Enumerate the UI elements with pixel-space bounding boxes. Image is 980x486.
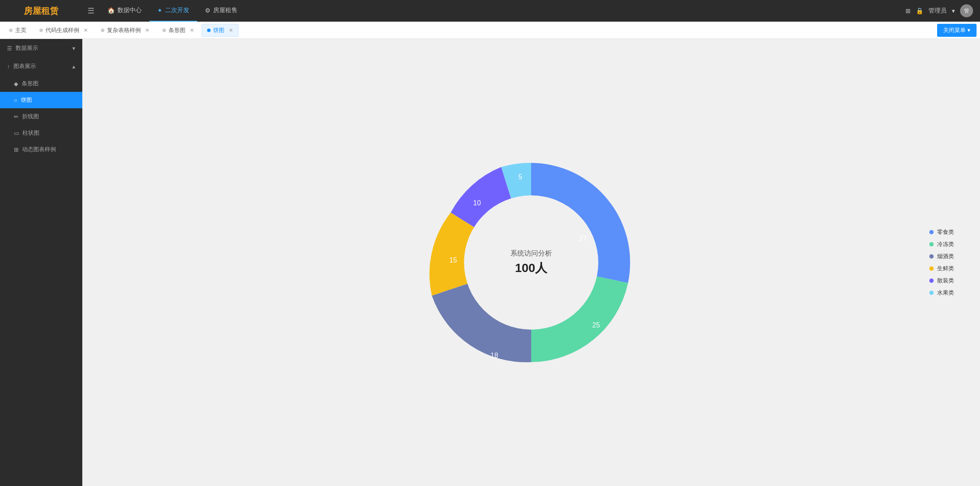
diamond-icon: ◆ — [14, 81, 18, 87]
donut-hole — [464, 195, 598, 330]
tab-dot-complex-table — [101, 29, 104, 32]
tab-complex-table[interactable]: 复杂表格样例 ✕ — [95, 24, 155, 37]
legend-item-shengxian: 生鲜类 — [929, 265, 954, 272]
label-yanjiu: 18 — [490, 352, 498, 359]
tab-dot-home — [9, 29, 13, 32]
label-sanzhuang: 10 — [473, 199, 481, 207]
tab-code-gen[interactable]: 代码生成样例 ✕ — [34, 24, 94, 37]
close-menu-dropdown-icon: ▾ — [967, 27, 970, 33]
legend-item-lengdong: 冷冻类 — [929, 240, 954, 248]
sidebar-item-bar[interactable]: ◆ 条形图 — [0, 75, 82, 92]
nav-tab-house-rental[interactable]: ⚙ 房屋租售 — [197, 0, 245, 22]
nav-right: ⊞ 🔒 管理员 ▾ 管 — [905, 4, 980, 17]
nav-tab-secondary-dev[interactable]: ✦ 二次开发 — [149, 0, 197, 22]
avatar: 管 — [960, 4, 973, 17]
app-title: 房屋租赁 — [24, 5, 58, 17]
top-nav-tabs: 🏠 数据中心 ✦ 二次开发 ⚙ 房屋租售 — [100, 0, 245, 22]
nav-tab-data-center[interactable]: 🏠 数据中心 — [100, 0, 149, 22]
tab-bar: 主页 代码生成样例 ✕ 复杂表格样例 ✕ 条形图 ✕ 饼图 ✕ 关闭菜单 ▾ — [0, 22, 980, 39]
legend-item-lingshi: 零食类 — [929, 228, 954, 236]
legend-item-sanzhuang: 散装类 — [929, 277, 954, 285]
legend-dot-shengxian — [929, 266, 934, 271]
chart-legend: 零食类 冷冻类 烟酒类 生鲜类 散装类 — [929, 228, 954, 297]
legend-dot-sanzhuang — [929, 279, 934, 283]
tab-close-complex-table[interactable]: ✕ — [145, 28, 149, 33]
user-label: 管理员 — [928, 7, 947, 15]
legend-dot-shuiguo — [929, 291, 934, 295]
chevron-up-icon-chart-display: ▴ — [72, 63, 75, 70]
label-shuiguo: 5 — [519, 173, 522, 181]
hamburger-button[interactable]: ☰ — [82, 6, 100, 16]
tab-close-code-gen[interactable]: ✕ — [84, 28, 88, 33]
legend-dot-lingshi — [929, 230, 934, 234]
top-nav: 房屋租赁 ☰ 🏠 数据中心 ✦ 二次开发 ⚙ 房屋租售 ⊞ 🔒 管理员 ▾ 管 — [0, 0, 980, 22]
label-lengdong: 25 — [592, 321, 600, 329]
home-icon: 🏠 — [107, 7, 115, 14]
grid-icon-sidebar: ⊞ — [14, 146, 19, 153]
tab-dot-pie-chart — [207, 29, 211, 32]
lock-icon: 🔒 — [916, 7, 923, 14]
legend-dot-lengdong — [929, 242, 934, 246]
sidebar-group-header-data-display[interactable]: ☰ 数据展示 ▾ — [0, 39, 82, 57]
sidebar-item-dynamic[interactable]: ⊞ 动态图表样例 — [0, 141, 82, 158]
tab-dot-code-gen — [39, 29, 43, 32]
main-layout: ☰ 数据展示 ▾ ↑ 图表展示 ▴ ◆ 条形图 ○ 饼图 — [0, 39, 980, 486]
label-shengxian: 15 — [449, 256, 457, 264]
list-icon: ☰ — [7, 45, 12, 52]
tab-close-bar-chart[interactable]: ✕ — [190, 28, 194, 33]
gear-icon: ⚙ — [205, 7, 211, 14]
pencil-icon: ✏ — [14, 113, 19, 120]
close-menu-button[interactable]: 关闭菜单 ▾ — [937, 24, 977, 37]
tab-close-pie-chart[interactable]: ✕ — [229, 28, 233, 33]
chart-wrapper: 27 25 18 15 10 5 系统访问分析 100人 零食类 — [82, 39, 980, 486]
sidebar-item-column[interactable]: ▭ 柱状图 — [0, 125, 82, 141]
tab-bar-right: 关闭菜单 ▾ — [937, 24, 977, 37]
star-icon: ✦ — [157, 7, 162, 14]
donut-chart: 27 25 18 15 10 5 — [410, 141, 652, 384]
chevron-down-icon-data-display: ▾ — [72, 45, 75, 52]
chart-center: 27 25 18 15 10 5 系统访问分析 100人 — [410, 141, 652, 384]
arrow-up-icon: ↑ — [7, 63, 10, 70]
sidebar-group-chart-display: ↑ 图表展示 ▴ ◆ 条形图 ○ 饼图 ✏ 折线图 ▭ 柱状图 — [0, 57, 82, 158]
label-lingshi: 27 — [579, 235, 587, 242]
sidebar-item-line[interactable]: ✏ 折线图 — [0, 108, 82, 125]
tab-home[interactable]: 主页 — [3, 24, 32, 37]
legend-item-yanjiu: 烟酒类 — [929, 253, 954, 260]
grid-icon: ⊞ — [905, 7, 911, 14]
dropdown-icon[interactable]: ▾ — [952, 7, 955, 14]
sidebar: ☰ 数据展示 ▾ ↑ 图表展示 ▴ ◆ 条形图 ○ 饼图 — [0, 39, 82, 486]
tab-pie-chart[interactable]: 饼图 ✕ — [201, 24, 239, 37]
circle-icon: ○ — [14, 97, 17, 104]
sidebar-group-data-display: ☰ 数据展示 ▾ — [0, 39, 82, 57]
logo-area: 房屋租赁 — [0, 5, 82, 17]
tab-dot-bar-chart — [162, 29, 166, 32]
legend-item-shuiguo: 水果类 — [929, 289, 954, 297]
column-icon: ▭ — [14, 130, 19, 136]
content-area: 27 25 18 15 10 5 系统访问分析 100人 零食类 — [82, 39, 980, 486]
tab-bar-chart[interactable]: 条形图 ✕ — [157, 24, 200, 37]
sidebar-item-pie[interactable]: ○ 饼图 — [0, 92, 82, 108]
sidebar-group-left-chart-display: ↑ 图表展示 — [7, 62, 36, 70]
sidebar-group-left-data-display: ☰ 数据展示 — [7, 44, 38, 52]
legend-dot-yanjiu — [929, 254, 934, 259]
sidebar-group-header-chart-display[interactable]: ↑ 图表展示 ▴ — [0, 57, 82, 75]
